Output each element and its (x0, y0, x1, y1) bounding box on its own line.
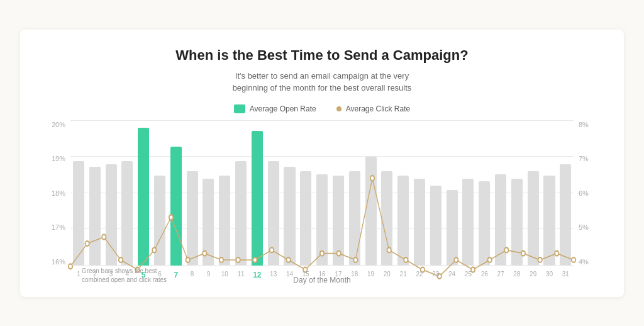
bar-group (297, 121, 314, 266)
bar-group (541, 121, 558, 266)
bar-day-16 (316, 174, 328, 266)
subtitle: It's better to send an email campaign at… (45, 70, 599, 94)
x-label-day-27: 27 (492, 271, 509, 279)
x-label-day-11: 11 (233, 271, 249, 279)
bar-day-8 (187, 171, 198, 266)
bar-group (411, 121, 428, 266)
x-label-day-26: 26 (476, 271, 492, 279)
y-axis-right: 8% 7% 6% 5% 4% (576, 121, 599, 266)
x-label-day-29: 29 (525, 271, 541, 279)
bar-day-18 (349, 171, 360, 266)
bar-group (492, 121, 509, 266)
x-label-day-8: 8 (184, 271, 201, 279)
bar-day-9 (203, 179, 214, 266)
x-label-day-12: 12 (249, 271, 265, 279)
x-label-day-28: 28 (509, 271, 525, 279)
bar-day-26 (479, 181, 490, 265)
bar-day-1 (73, 161, 84, 266)
bar-day-14 (284, 167, 295, 265)
bar-day-21 (397, 176, 409, 266)
bar-group (265, 121, 282, 266)
bar-day-20 (381, 171, 392, 266)
x-label-day-30: 30 (541, 271, 558, 279)
bar-day-17 (333, 176, 344, 266)
legend-open-rate: Average Open Rate (234, 104, 316, 113)
bar-group (509, 121, 525, 266)
main-card: When is the Best Time to Send a Campaign… (20, 30, 624, 297)
bar-group (444, 121, 460, 266)
bar-group (152, 121, 168, 266)
bar-day-10 (219, 176, 230, 266)
bar-day-13 (268, 161, 279, 266)
legend-click-rate: Average Click Rate (336, 104, 411, 113)
bar-day-2 (89, 167, 101, 265)
bar-group (168, 121, 184, 266)
x-label-day-20: 20 (379, 271, 395, 279)
bar-group (216, 121, 233, 266)
bar-group (347, 121, 363, 266)
x-label-day-10: 10 (216, 271, 233, 279)
bar-group (476, 121, 492, 266)
bar-day-29 (528, 171, 539, 266)
legend-open-label: Average Open Rate (250, 104, 316, 113)
bar-day-31 (560, 164, 571, 266)
bar-group (395, 121, 411, 266)
chart-area: 20% 19% 18% 17% 16% 8% 7% 6% 5% 4% 12345… (45, 121, 599, 284)
bar-day-12 (252, 131, 263, 266)
bar-day-19 (365, 157, 377, 266)
bars-container (70, 121, 574, 266)
x-label-day-22: 22 (411, 271, 428, 279)
bar-day-28 (511, 179, 523, 266)
bar-day-3 (106, 164, 117, 266)
bar-group (70, 121, 87, 266)
bar-group (282, 121, 298, 266)
page-title: When is the Best Time to Send a Campaign… (45, 47, 599, 64)
bar-day-27 (495, 174, 506, 266)
y-axis-left: 20% 19% 18% 17% 16% (45, 121, 68, 266)
bar-group (557, 121, 574, 266)
bar-group (330, 121, 347, 266)
bar-group (233, 121, 249, 266)
bar-day-23 (430, 186, 441, 266)
bar-day-30 (543, 176, 555, 266)
bar-group (201, 121, 217, 266)
bar-group (460, 121, 477, 266)
x-axis-label: Day of the Month (293, 276, 350, 284)
x-label-day-19: 19 (363, 271, 379, 279)
bar-group (314, 121, 330, 266)
annotation: Green bars shows the best combined open … (82, 267, 170, 284)
x-label-day-24: 24 (444, 271, 460, 279)
legend-dot-click (336, 106, 341, 111)
legend: Average Open Rate Average Click Rate (45, 104, 599, 113)
bar-day-6 (154, 176, 165, 266)
bar-day-22 (414, 179, 425, 266)
x-label-day-23: 23 (428, 271, 444, 279)
bar-day-15 (300, 171, 311, 266)
bar-day-4 (121, 161, 133, 266)
bar-group (428, 121, 444, 266)
bar-day-7 (170, 147, 182, 266)
legend-bar-open (234, 104, 245, 113)
bar-group (135, 121, 152, 266)
bar-day-24 (447, 190, 458, 266)
legend-click-label: Average Click Rate (346, 104, 411, 113)
bar-group (119, 121, 135, 266)
annotation-text: Green bars shows the best combined open … (82, 267, 167, 283)
x-label-day-21: 21 (395, 271, 411, 279)
x-label-day-25: 25 (460, 271, 477, 279)
bar-group (184, 121, 201, 266)
x-label-day-31: 31 (557, 271, 574, 279)
bar-day-11 (235, 161, 247, 266)
bar-group (363, 121, 379, 266)
bar-group (379, 121, 395, 266)
bar-group (103, 121, 119, 266)
bar-group (249, 121, 265, 266)
x-label-day-7: 7 (168, 271, 184, 279)
bar-group (525, 121, 541, 266)
x-label-day-13: 13 (265, 271, 282, 279)
x-label-day-9: 9 (201, 271, 217, 279)
bar-group (87, 121, 103, 266)
bar-day-25 (462, 179, 474, 266)
bar-day-5 (138, 128, 149, 266)
